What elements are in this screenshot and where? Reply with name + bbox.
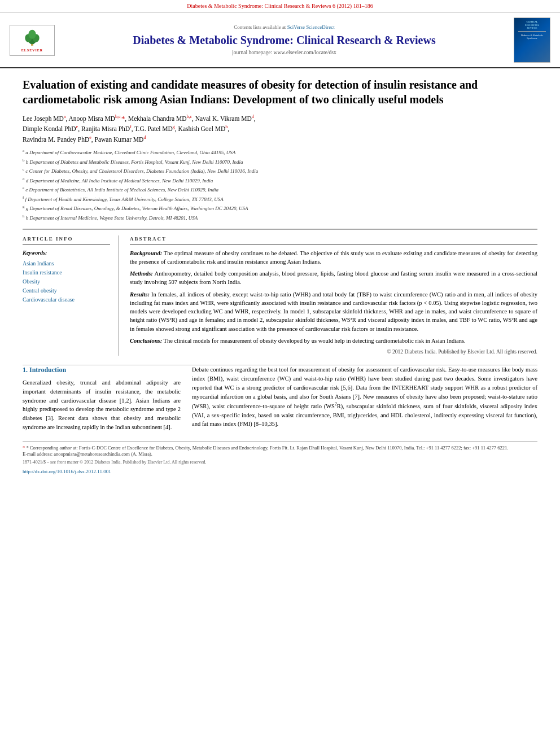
journal-header: ELSEVIER Contents lists available at Sci… (0, 13, 560, 68)
paper-body: Evaluation of existing and candidate mea… (0, 68, 560, 365)
intro-left-col: 1. Introduction Generalized obesity, tru… (23, 365, 181, 435)
article-info-col: ARTICLE INFO Keywords: Asian Indians Ins… (23, 235, 119, 356)
authors: Lee Joseph MDa, Anoop Misra MDb,c,*, Mek… (23, 113, 537, 145)
doi-line: http://dx.doi.org/10.1016/j.dsx.2012.11.… (23, 468, 537, 475)
keyword-asian-indians: Asian Indians (23, 259, 110, 268)
journal-homepage: journal homepage: www.elsevier.com/locat… (63, 49, 505, 56)
intro-heading: 1. Introduction (23, 365, 181, 375)
keyword-insulin-resistance: Insulin resistance (23, 268, 110, 277)
keyword-cardiovascular: Cardiovascular disease (23, 295, 110, 304)
keywords-label: Keywords: (23, 249, 110, 257)
abstract-results: Results: In females, all indices of obes… (130, 290, 537, 333)
footnote-corresponding: * * Corresponding author at: Fortis-C-DO… (23, 445, 537, 452)
abstract-label: ABSTRACT (130, 235, 537, 244)
article-info-abstract: ARTICLE INFO Keywords: Asian Indians Ins… (23, 229, 537, 356)
journal-center: Contents lists available at SciVerse Sci… (63, 18, 505, 63)
intro-para1: Generalized obesity, truncal and abdomin… (23, 378, 181, 432)
abstract-methods: Methods: Anthropometry, detailed body co… (130, 269, 537, 286)
keyword-obesity: Obesity (23, 277, 110, 286)
journal-title: Diabetes & Metabolic Syndrome: Clinical … (63, 33, 505, 47)
footnote-section: * * Corresponding author at: Fortis-C-DO… (23, 441, 537, 475)
abstract-background: Background: The optimal measure of obesi… (130, 249, 537, 266)
keyword-central-obesity: Central obesity (23, 286, 110, 295)
footnote-email: E-mail address: anoopmisra@metaboresearc… (23, 451, 537, 458)
intro-right-para1: Debate continues regarding the best tool… (192, 365, 537, 429)
issn-line: 1871-4021/$ – see front matter © 2012 Di… (23, 459, 537, 465)
elsevier-logo: ELSEVIER (7, 18, 58, 63)
paper-title: Evaluation of existing and candidate mea… (23, 77, 537, 107)
abstract-col: ABSTRACT Background: The optimal measure… (130, 235, 537, 356)
journal-volume-info: Diabetes & Metabolic Syndrome: Clinical … (0, 0, 560, 13)
sciverse-line: Contents lists available at SciVerse Sci… (63, 24, 505, 31)
journal-cover: CLINICAL RESEARCH & REVIEWS Diabetes & M… (511, 18, 553, 63)
copyright-line: © 2012 Diabetes India. Published by Else… (130, 348, 537, 356)
svg-point-4 (28, 30, 36, 39)
intro-right-col: Debate continues regarding the best tool… (192, 365, 537, 435)
article-info-label: ARTICLE INFO (23, 235, 110, 244)
introduction-section: 1. Introduction Generalized obesity, tru… (0, 365, 560, 435)
elsevier-text: ELSEVIER (21, 48, 43, 53)
affiliations: a a Department of Cardiovascular Medicin… (23, 148, 537, 222)
keywords-list: Asian Indians Insulin resistance Obesity… (23, 259, 110, 304)
abstract-conclusions: Conclusions: The clinical models for mea… (130, 337, 537, 345)
